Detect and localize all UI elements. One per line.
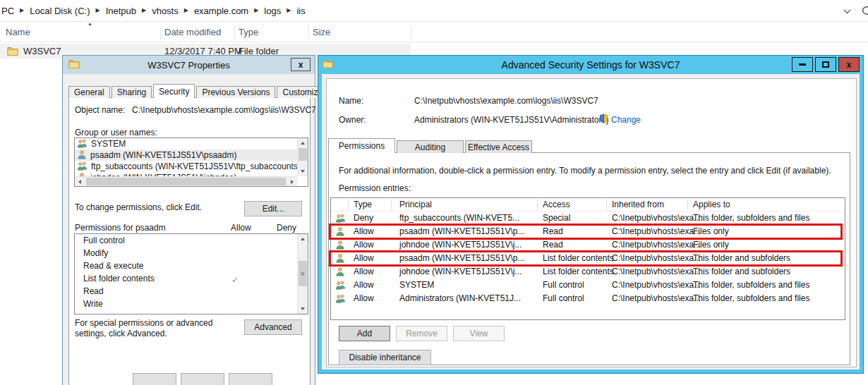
column-header-principal[interactable]: Principal	[399, 200, 432, 209]
list-item-psaadm[interactable]: psaadm (WIN-KVET51JS51V\psaadm)	[75, 149, 308, 161]
properties-tabs: General Sharing Security Previous Versio…	[68, 84, 330, 98]
cancel-button[interactable]	[181, 373, 224, 385]
vertical-scrollbar[interactable]	[297, 138, 308, 176]
maximize-button[interactable]	[815, 57, 836, 72]
table-row[interactable]: Allow psaadm (WIN-KVET51JS51V\p... List …	[331, 252, 845, 265]
tab-permissions[interactable]: Permissions	[328, 138, 395, 153]
permission-item[interactable]: List folder contents	[75, 272, 308, 285]
list-item-label: ftp_subaccounts (WIN-KVET51JS51V\ftp_sub…	[91, 161, 301, 171]
tab-auditing[interactable]: Auditing	[397, 140, 464, 153]
scroll-right-icon[interactable]	[291, 180, 294, 184]
horizontal-scrollbar[interactable]	[75, 176, 297, 186]
refresh-icon[interactable]	[861, 5, 868, 18]
table-row[interactable]: Allow johndoe (WIN-KVET51JS51V\j... List…	[331, 265, 845, 279]
folder-icon	[323, 59, 333, 71]
table-row[interactable]: Allow Administrators (WIN-KVET51J... Ful…	[331, 292, 845, 305]
tab-security[interactable]: Security	[153, 84, 195, 98]
breadcrumb-item-local-disk[interactable]: Local Disk (C:)	[30, 6, 90, 16]
column-header-name[interactable]: Name	[6, 27, 30, 37]
column-headers: Name ▲ Date modified Type Size	[0, 23, 868, 42]
column-divider[interactable]	[411, 25, 411, 39]
minimize-button[interactable]	[792, 57, 813, 72]
breadcrumb-item-inetpub[interactable]: Inetpub	[106, 6, 136, 16]
permission-label: Read & execute	[83, 261, 143, 271]
change-owner-link[interactable]: Change	[611, 115, 641, 125]
security-tab-page: Object name: C:\Inetpub\vhosts\example.c…	[68, 97, 311, 385]
properties-dialog: W3SVC7 Properties x General Sharing Secu…	[62, 55, 315, 385]
permission-item[interactable]: Read	[75, 285, 308, 298]
advanced-button[interactable]: Advanced	[244, 319, 302, 335]
column-header-type[interactable]: Type	[239, 27, 258, 37]
object-name-value: C:\Inetpub\vhosts\example.com\logs\iis\W…	[132, 105, 316, 115]
column-header-size[interactable]: Size	[313, 27, 330, 37]
scroll-down-icon[interactable]	[301, 307, 305, 310]
table-row[interactable]: Allow SYSTEM Full control C:\Inetpub\vho…	[331, 279, 845, 292]
column-header-inherited-from[interactable]: Inherited from	[612, 200, 664, 209]
tab-general[interactable]: General	[68, 86, 110, 98]
cell-access: Full control	[543, 293, 584, 303]
column-divider[interactable]	[308, 25, 309, 39]
cell-type: Allow	[354, 253, 374, 263]
permission-item[interactable]: Full control	[75, 234, 308, 247]
add-button[interactable]: Add	[339, 326, 390, 341]
close-button[interactable]: x	[291, 58, 311, 71]
list-item-label: psaadm (WIN-KVET51JS51V\psaadm)	[90, 150, 236, 160]
breadcrumb-item-iis[interactable]: iis	[296, 6, 305, 16]
scroll-left-icon[interactable]	[78, 180, 81, 184]
tab-effective-access[interactable]: Effective Access	[465, 140, 532, 153]
cell-access: List folder contents	[543, 253, 614, 263]
column-header-type[interactable]: Type	[354, 200, 372, 209]
permission-item[interactable]: Read & execute	[75, 259, 308, 272]
breadcrumb-item-pc[interactable]: PC	[1, 6, 14, 16]
breadcrumb-item-example-com[interactable]: example.com	[194, 6, 248, 16]
list-item-system[interactable]: SYSTEM	[75, 138, 308, 149]
advanced-tabs: Permissions Auditing Effective Access	[328, 138, 534, 153]
column-header-applies-to[interactable]: Applies to	[693, 200, 730, 209]
table-row[interactable]: Allow johndoe (WIN-KVET51JS51V\j... Read…	[331, 238, 845, 252]
column-header-access[interactable]: Access	[543, 200, 570, 209]
breadcrumb-item-logs[interactable]: logs	[264, 6, 281, 16]
cell-type: Allow	[354, 293, 374, 303]
tab-sharing[interactable]: Sharing	[111, 86, 152, 98]
scroll-up-icon[interactable]	[301, 142, 305, 145]
scrollbar-thumb[interactable]	[86, 178, 286, 185]
permission-item[interactable]: Modify	[75, 247, 308, 259]
close-button[interactable]: x	[838, 57, 860, 72]
permissions-listbox[interactable]: Full control Modify Read & execute List …	[74, 233, 308, 314]
file-name: W3SVC7	[23, 46, 61, 56]
uac-shield-icon	[599, 114, 608, 126]
cell-applies-to: This folder, subfolders and files	[693, 293, 809, 303]
chevron-down-icon[interactable]	[843, 6, 851, 16]
table-row[interactable]: Deny ftp_subaccounts (WIN-KVET5... Speci…	[331, 212, 845, 225]
vertical-scrollbar[interactable]: ≡	[297, 234, 308, 314]
permission-label: List folder contents	[83, 274, 155, 283]
group-icon	[77, 161, 88, 173]
ok-button[interactable]	[133, 373, 176, 385]
advanced-dialog-title: Advanced Security Settings for W3SVC7	[502, 59, 680, 71]
cell-applies-to: This folder, subfolders and files	[693, 280, 809, 290]
group-icon	[335, 213, 346, 225]
cell-applies-to: Files only	[693, 226, 729, 236]
breadcrumb-item-vhosts[interactable]: vhosts	[152, 6, 179, 16]
table-header-row: Type Principal Access Inherited from App…	[331, 198, 845, 212]
tab-previous-versions[interactable]: Previous Versions	[196, 86, 275, 98]
apply-button[interactable]	[229, 373, 272, 385]
cell-type: Allow	[354, 267, 374, 276]
properties-titlebar[interactable]: W3SVC7 Properties x	[63, 56, 315, 74]
list-item-ftp-subaccounts[interactable]: ftp_subaccounts (WIN-KVET51JS51V\ftp_sub…	[75, 161, 308, 172]
advanced-titlebar[interactable]: Advanced Security Settings for W3SVC7 x	[318, 56, 863, 74]
edit-button[interactable]: Edit...	[244, 201, 302, 216]
scroll-up-icon[interactable]	[301, 238, 305, 240]
allow-column-label: Allow	[231, 223, 251, 233]
table-row[interactable]: Allow psaadm (WIN-KVET51JS51V\p... Read …	[331, 225, 845, 238]
scrollbar-thumb[interactable]	[299, 148, 307, 161]
disable-inheritance-button[interactable]: Disable inheritance	[339, 350, 431, 365]
cell-inherited-from: C:\Inetpub\vhosts\exa...	[612, 267, 701, 276]
column-divider[interactable]	[160, 25, 161, 39]
scroll-down-icon[interactable]	[301, 170, 305, 173]
permission-entries-table[interactable]: Type Principal Access Inherited from App…	[330, 197, 845, 320]
column-header-date-modified[interactable]: Date modified	[164, 27, 221, 37]
permission-item[interactable]: Write	[75, 298, 308, 310]
column-divider[interactable]	[234, 25, 235, 39]
group-user-listbox[interactable]: SYSTEM psaadm (WIN-KVET51JS51V\psaadm) f…	[74, 138, 308, 187]
